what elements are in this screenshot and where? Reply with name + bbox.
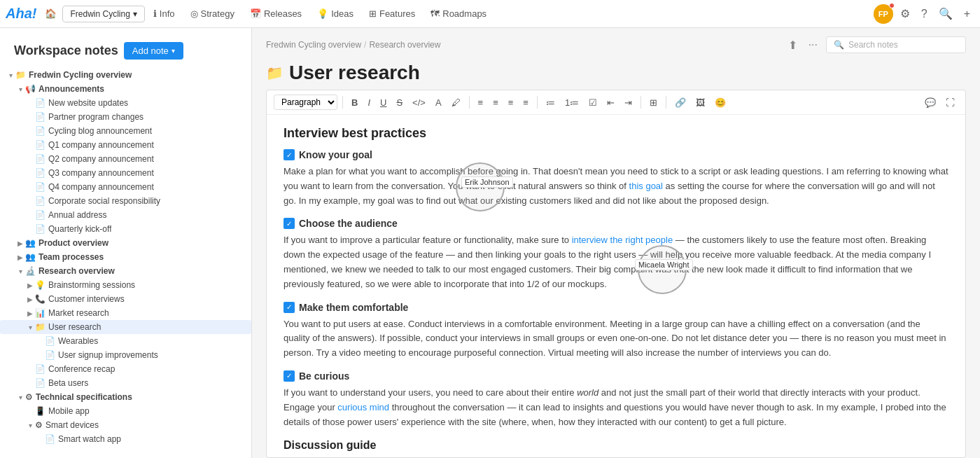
italic-button[interactable]: I: [364, 96, 374, 109]
curious-mind-link[interactable]: curious mind: [337, 402, 389, 412]
home-button[interactable]: 🏠: [41, 6, 61, 22]
checklist-button[interactable]: ☑: [585, 96, 601, 109]
align-right-button[interactable]: ≡: [505, 96, 517, 109]
sidebar-item-research-overview[interactable]: ▾🔬Research overview: [0, 264, 251, 278]
tree-label-conference-recap: Conference recap: [48, 364, 115, 374]
sidebar-item-smart-watch-app[interactable]: ▶📄Smart watch app: [0, 432, 251, 446]
comment-button[interactable]: 💬: [921, 96, 939, 109]
highlight-button[interactable]: 🖊: [448, 96, 464, 109]
tree-label-smart-watch-app: Smart watch app: [58, 434, 121, 444]
emoji-button[interactable]: 😊: [711, 96, 729, 109]
sidebar-item-partner-program-changes[interactable]: ▶📄Partner program changes: [0, 110, 251, 124]
sidebar-item-user-signup-improvements[interactable]: ▶📄User signup improvements: [0, 348, 251, 362]
this-goal-link[interactable]: this goal: [629, 181, 663, 191]
link-button[interactable]: 🔗: [671, 96, 690, 109]
image-button[interactable]: 🖼: [692, 96, 708, 109]
discussion-guide-title: Discussion guide: [284, 439, 948, 452]
workspace-selector[interactable]: Fredwin Cycling ▾: [62, 6, 144, 22]
sidebar-item-market-research[interactable]: ▶📊Market research: [0, 306, 251, 320]
tree-label-announcements: Announcements: [38, 84, 104, 94]
tree-icon-fredwin-cycling-overview: 📁: [15, 70, 26, 80]
sidebar-item-technical-specifications[interactable]: ▾⚙Technical specifications: [0, 390, 251, 404]
sidebar-item-corporate-social-responsibility[interactable]: ▶📄Corporate social responsibility: [0, 194, 251, 208]
sidebar-item-q3-company-announcement[interactable]: ▶📄Q3 company announcement: [0, 166, 251, 180]
sidebar-item-smart-devices[interactable]: ▾⚙Smart devices: [0, 418, 251, 432]
more-options-button[interactable]: ···: [806, 37, 820, 53]
tree-label-market-research: Market research: [48, 308, 109, 318]
search-notes-bar[interactable]: 🔍 Search notes: [826, 36, 966, 53]
align-left-button[interactable]: ≡: [475, 96, 487, 109]
decrease-indent-button[interactable]: ⇤: [603, 96, 618, 109]
tree-arrow-fredwin-cycling-overview: ▾: [6, 71, 15, 79]
editor-body[interactable]: Erik Johnson Micaela Wright Interview be…: [267, 115, 965, 457]
nav-info-button[interactable]: ℹ Info: [146, 6, 182, 22]
sidebar-item-mobile-app[interactable]: ▶📱Mobile app: [0, 404, 251, 418]
strategy-icon: ◎: [190, 8, 198, 19]
section-know-your-goal-body: Make a plan for what you want to accompl…: [284, 165, 948, 208]
table-button[interactable]: ⊞: [646, 96, 661, 109]
sidebar-item-annual-address[interactable]: ▶📄Annual address: [0, 208, 251, 222]
sidebar-item-quarterly-kick-off[interactable]: ▶📄Quarterly kick-off: [0, 222, 251, 236]
nav-features-button[interactable]: ⊞ Features: [362, 6, 422, 22]
sidebar-item-new-website-updates[interactable]: ▶📄New website updates: [0, 96, 251, 110]
share-button[interactable]: ⬆: [785, 37, 800, 53]
fullscreen-button[interactable]: ⛶: [942, 96, 958, 109]
user-avatar[interactable]: FP: [874, 4, 893, 24]
add-button[interactable]: +: [960, 5, 974, 23]
nav-ideas-button[interactable]: 💡 Ideas: [310, 6, 360, 22]
sidebar-item-customer-interviews[interactable]: ▶📞Customer interviews: [0, 292, 251, 306]
search-button[interactable]: 🔍: [934, 4, 957, 23]
font-color-button[interactable]: A: [432, 96, 445, 109]
sidebar-item-conference-recap[interactable]: ▶📄Conference recap: [0, 362, 251, 376]
tree-label-q4-company-announcement: Q4 company announcement: [48, 182, 154, 192]
sidebar-item-product-overview[interactable]: ▶👥Product overview: [0, 236, 251, 250]
tree-label-product-overview: Product overview: [38, 238, 108, 248]
sidebar-item-announcements[interactable]: ▾📢Announcements: [0, 82, 251, 96]
section-be-curious: ✓ Be curious If you want to understand y…: [284, 370, 948, 429]
tree-label-technical-specifications: Technical specifications: [36, 392, 132, 402]
bullet-list-button[interactable]: ≔: [542, 96, 559, 109]
underline-button[interactable]: U: [377, 96, 390, 109]
ordered-list-button[interactable]: 1≔: [561, 96, 582, 109]
tree-arrow-research-overview: ▾: [15, 268, 25, 275]
interview-right-people-link[interactable]: interview the right people: [572, 235, 673, 245]
section-make-comfortable-body: You want to put users at ease. Conduct i…: [284, 317, 948, 361]
tree-icon-new-website-updates: 📄: [35, 98, 46, 108]
nav-strategy-button[interactable]: ◎ Strategy: [183, 6, 241, 22]
sidebar-item-q1-company-announcement[interactable]: ▶📄Q1 company announcement: [0, 138, 251, 152]
code-button[interactable]: </>: [409, 96, 429, 109]
sidebar-item-fredwin-cycling-overview[interactable]: ▾📁Fredwin Cycling overview: [0, 68, 251, 82]
tree-label-brainstorming-sessions: Brainstorming sessions: [48, 280, 135, 290]
increase-indent-button[interactable]: ⇥: [621, 96, 636, 109]
tree-icon-q4-company-announcement: 📄: [35, 182, 46, 192]
sidebar-item-user-research[interactable]: ▾📁User research: [0, 320, 251, 334]
breadcrumb-item-2[interactable]: Research overview: [369, 40, 440, 50]
tree-label-fredwin-cycling-overview: Fredwin Cycling overview: [29, 70, 132, 80]
nav-strategy-label: Strategy: [201, 8, 234, 19]
sidebar-item-cycling-blog-announcement[interactable]: ▶📄Cycling blog announcement: [0, 124, 251, 138]
sidebar-item-q2-company-announcement[interactable]: ▶📄Q2 company announcement: [0, 152, 251, 166]
breadcrumb-item-1[interactable]: Fredwin Cycling overview: [266, 40, 361, 50]
nav-releases-button[interactable]: 📅 Releases: [243, 6, 309, 22]
sidebar-item-wearables[interactable]: ▶📄Wearables: [0, 334, 251, 348]
toolbar-separator-2: [469, 96, 470, 109]
settings-button[interactable]: ⚙: [896, 4, 914, 23]
caret-down-icon: ▾: [172, 47, 175, 55]
bold-button[interactable]: B: [348, 96, 361, 109]
align-center-button[interactable]: ≡: [489, 96, 502, 109]
sidebar-item-team-processes[interactable]: ▶👥Team processes: [0, 250, 251, 264]
sidebar-item-beta-users[interactable]: ▶📄Beta users: [0, 376, 251, 390]
add-note-button[interactable]: Add note ▾: [124, 42, 183, 60]
paragraph-style-select[interactable]: Paragraph: [274, 95, 337, 110]
search-notes-placeholder: Search notes: [848, 40, 898, 50]
section-choose-audience-title: Choose the audience: [299, 218, 398, 229]
help-button[interactable]: ?: [917, 5, 932, 23]
sidebar-item-q4-company-announcement[interactable]: ▶📄Q4 company announcement: [0, 180, 251, 194]
tree-label-team-processes: Team processes: [38, 252, 104, 262]
nav-roadmaps-button[interactable]: 🗺 Roadmaps: [424, 6, 493, 22]
justify-button[interactable]: ≡: [519, 96, 532, 109]
tree-icon-technical-specifications: ⚙: [25, 392, 33, 402]
strikethrough-button[interactable]: S: [393, 96, 406, 109]
sidebar-item-brainstorming-sessions[interactable]: ▶💡Brainstorming sessions: [0, 278, 251, 292]
check-icon-3: ✓: [284, 302, 295, 313]
